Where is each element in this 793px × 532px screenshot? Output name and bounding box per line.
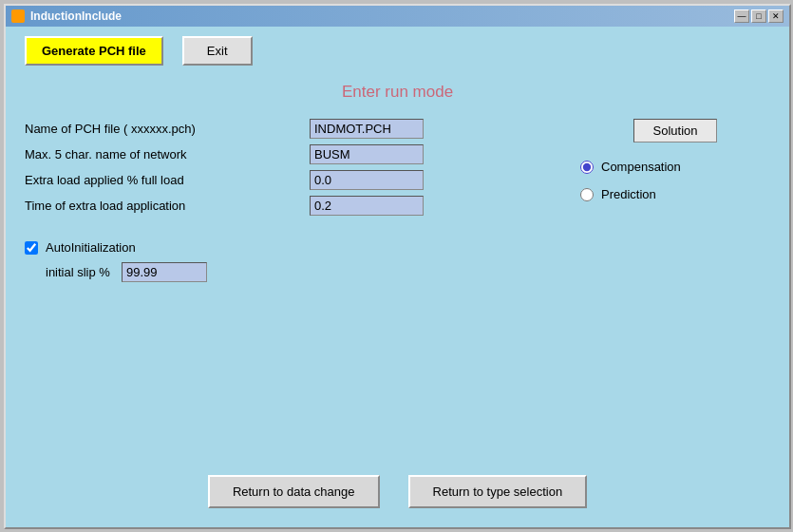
close-button[interactable]: ✕: [768, 10, 784, 23]
field-row-pch-name: Name of PCH file ( xxxxxx.pch): [25, 119, 542, 139]
title-bar: InductionInclude — □ ✕: [6, 6, 789, 27]
load-time-input[interactable]: [310, 196, 424, 216]
extra-load-label: Extra load applied % full load: [25, 173, 310, 187]
content-area: Generate PCH file Exit Enter run mode Na…: [6, 27, 789, 527]
prediction-radio[interactable]: [580, 188, 594, 201]
network-name-input[interactable]: [310, 144, 424, 164]
return-type-button[interactable]: Return to type selection: [408, 475, 588, 508]
window-icon: [11, 10, 25, 23]
prediction-radio-row: Prediction: [580, 187, 656, 201]
auto-init-row: AutoInitialization: [25, 240, 542, 255]
maximize-button[interactable]: □: [751, 10, 766, 23]
load-time-label: Time of extra load application: [25, 199, 310, 213]
pch-name-label: Name of PCH file ( xxxxxx.pch): [25, 122, 310, 136]
slip-label: initial slip %: [46, 265, 110, 279]
pch-name-input[interactable]: [310, 119, 424, 139]
network-name-label: Max. 5 char. name of network: [25, 147, 310, 162]
right-section: Solution Compensation Prediction: [580, 119, 770, 466]
field-row-extra-load: Extra load applied % full load: [25, 170, 542, 190]
slip-row: initial slip %: [25, 262, 542, 282]
field-row-load-time: Time of extra load application: [25, 196, 542, 216]
minimize-button[interactable]: —: [734, 10, 749, 23]
bottom-buttons: Return to data change Return to type sel…: [25, 466, 770, 518]
main-window: InductionInclude — □ ✕ Generate PCH file…: [4, 4, 791, 529]
extra-load-input[interactable]: [310, 170, 424, 190]
page-title: Enter run mode: [25, 83, 770, 102]
slip-input[interactable]: [122, 262, 207, 282]
left-section: Name of PCH file ( xxxxxx.pch) Max. 5 ch…: [25, 119, 542, 466]
return-data-button[interactable]: Return to data change: [208, 475, 380, 508]
compensation-label: Compensation: [601, 160, 681, 174]
compensation-radio[interactable]: [580, 161, 594, 174]
auto-init-checkbox[interactable]: [25, 241, 38, 255]
form-section: Name of PCH file ( xxxxxx.pch) Max. 5 ch…: [25, 119, 770, 466]
toolbar: Generate PCH file Exit: [25, 36, 770, 66]
auto-init-label: AutoInitialization: [46, 240, 330, 255]
compensation-radio-row: Compensation: [580, 160, 681, 174]
solution-label: Solution: [633, 119, 718, 142]
window-title: InductionInclude: [30, 10, 122, 23]
generate-pch-button[interactable]: Generate PCH file: [25, 36, 163, 66]
field-row-network-name: Max. 5 char. name of network: [25, 144, 542, 164]
prediction-label: Prediction: [601, 187, 656, 201]
exit-button[interactable]: Exit: [182, 36, 253, 66]
